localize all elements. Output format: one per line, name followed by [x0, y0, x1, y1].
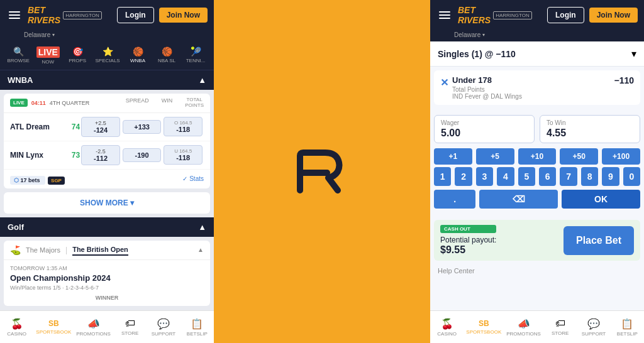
place-bet-button[interactable]: Place Bet [564, 226, 634, 255]
tab-tennis[interactable]: 🎾 TENNI... [181, 44, 210, 67]
golf-section-header: Golf ▲ [0, 217, 214, 237]
right-bottom-nav-support[interactable]: 💬 SUPPORT [577, 311, 610, 343]
numpad-1[interactable]: 1 [434, 167, 451, 186]
numpad-row-1: 1 2 3 4 5 6 7 8 9 0 [434, 167, 640, 186]
win-btn-atl[interactable]: +133 [123, 120, 162, 134]
r-logo [291, 146, 353, 197]
quick-add-10[interactable]: +10 [518, 148, 557, 165]
right-harrington-logo: HARRINGTON [493, 11, 532, 19]
numpad-0[interactable]: 0 [623, 167, 640, 186]
bottom-nav-promotions[interactable]: 📣 PROMOTIONS [74, 311, 113, 343]
quick-add-50[interactable]: +50 [560, 148, 598, 165]
tab-props[interactable]: 🎯 PROPS [63, 44, 92, 67]
quick-add-1[interactable]: +1 [434, 148, 472, 165]
to-win-input[interactable]: To Win 4.55 [540, 115, 640, 143]
numpad-8[interactable]: 8 [581, 167, 598, 186]
wnba-collapse-icon[interactable]: ▲ [198, 75, 206, 85]
golf-game: TOMORROW 1:35 AM Open Championship 2024 … [4, 260, 210, 306]
stats-link[interactable]: ✓ Stats [182, 175, 204, 182]
wnba-card: LIVE 04:11 4TH QUARTER SPREAD WIN TOTALP… [4, 94, 210, 188]
spread-btn-min[interactable]: -2.5 -112 [81, 145, 120, 165]
store-label: STORE [121, 330, 138, 336]
golf-game-title[interactable]: Open Championship 2024 [10, 273, 204, 283]
numpad-backspace[interactable]: ⌫ [479, 190, 558, 209]
tab-specials[interactable]: ⭐ SPECIALS [92, 44, 123, 67]
right-sportsbook-icon: SB [479, 319, 489, 328]
numpad: 1 2 3 4 5 6 7 8 9 0 . ⌫ OK [430, 167, 644, 216]
to-win-label: To Win [547, 119, 633, 126]
tab-now[interactable]: LIVE NOW [33, 44, 63, 67]
numpad-3[interactable]: 3 [476, 167, 493, 186]
show-more-btn[interactable]: SHOW MORE ▾ [4, 192, 210, 214]
tab-browse[interactable]: 🔍 BROWSE [4, 44, 33, 67]
numpad-row-2: . ⌫ OK [434, 190, 640, 209]
sgp-badge: SGP [48, 177, 65, 185]
golf-time: TOMORROW 1:35 AM [10, 265, 204, 271]
bet-selection: Under 178 [452, 75, 614, 85]
right-betslip-label: BETSLIP [617, 331, 638, 337]
right-bottom-nav-betslip[interactable]: 📋 BETSLIP [611, 311, 644, 343]
betslip-title: Singles (1) @ −110 [438, 49, 516, 59]
spread-btn-atl[interactable]: +2.5 -124 [81, 117, 120, 137]
col-total: TOTALPOINTS [185, 97, 204, 109]
golf-tab-british[interactable]: The British Open [72, 244, 128, 256]
golf-tab-majors[interactable]: The Majors [26, 245, 60, 255]
golf-tabs: ⛳ The Majors | The British Open ▲ [4, 241, 210, 260]
right-bottom-nav-sportsbook[interactable]: SB SPORTSBOOK [464, 311, 504, 343]
nbasl-icon: 🏀 [162, 46, 172, 57]
store-icon: 🏷 [125, 318, 135, 329]
total-btn-atl[interactable]: O 164.5 -118 [164, 117, 203, 136]
betslip-dropdown[interactable]: Singles (1) @ −110 ▾ [430, 41, 644, 67]
bottom-nav-casino[interactable]: 🍒 CASINO [0, 311, 33, 343]
bottom-nav-support[interactable]: 💬 SUPPORT [147, 311, 180, 343]
quick-add-buttons: +1 +5 +10 +50 +100 [430, 143, 644, 167]
numpad-6[interactable]: 6 [539, 167, 556, 186]
right-bottom-nav-casino[interactable]: 🍒 CASINO [430, 311, 464, 343]
golf-collapse-icon[interactable]: ▲ [198, 222, 206, 232]
quick-add-100[interactable]: +100 [602, 148, 640, 165]
right-join-button[interactable]: Join Now [589, 8, 638, 23]
nav-tabs: 🔍 BROWSE LIVE NOW 🎯 PROPS ⭐ SPECIALS 🏀 W… [0, 41, 214, 70]
hamburger-menu[interactable] [6, 9, 23, 21]
win-btn-min[interactable]: -190 [123, 148, 162, 162]
bets-badge: ⬡ 17 bets [10, 176, 45, 185]
total-btn-min[interactable]: U 164.5 -118 [164, 145, 203, 165]
bottom-nav-betslip[interactable]: 📋 BETSLIP [180, 311, 214, 343]
join-button[interactable]: Join Now [159, 8, 208, 23]
quick-add-5[interactable]: +5 [476, 148, 514, 165]
specials-label: SPECIALS [96, 58, 120, 63]
bottom-nav-store[interactable]: 🏷 STORE [113, 311, 147, 343]
location-bar[interactable]: Delaware ▾ [0, 30, 214, 41]
tennis-icon: 🎾 [191, 46, 201, 57]
game-quarter: 4TH QUARTER [50, 100, 89, 106]
numpad-4[interactable]: 4 [497, 167, 514, 186]
cash-out-badge: CASH OUT [440, 225, 496, 233]
wager-input[interactable]: Wager 5.00 [434, 115, 535, 143]
bottom-nav-sportsbook[interactable]: SB SPORTSBOOK [33, 311, 74, 343]
remove-bet-btn[interactable]: ✕ [440, 77, 448, 89]
left-header: BETRIVERS HARRINGTON Login Join Now [0, 0, 214, 30]
help-center-link[interactable]: Help Center [430, 264, 644, 277]
numpad-ok[interactable]: OK [562, 190, 640, 209]
right-login-button[interactable]: Login [547, 7, 584, 23]
right-bottom-nav-store[interactable]: 🏷 STORE [543, 311, 577, 343]
game-time: 04:11 [31, 100, 46, 106]
numpad-2[interactable]: 2 [455, 167, 472, 186]
center-panel [214, 0, 430, 343]
betslip-icon: 📋 [191, 318, 203, 330]
right-hamburger-menu[interactable] [436, 9, 453, 21]
bet-sub: Total Points [452, 86, 614, 93]
golf-chevron[interactable]: ▲ [197, 246, 204, 253]
numpad-dot[interactable]: . [434, 190, 475, 209]
numpad-7[interactable]: 7 [560, 167, 577, 186]
tab-nbasl[interactable]: 🏀 NBA SL [152, 44, 181, 67]
numpad-9[interactable]: 9 [602, 167, 619, 186]
right-bottom-nav-promotions[interactable]: 📣 PROMOTIONS [504, 311, 543, 343]
numpad-5[interactable]: 5 [518, 167, 535, 186]
tab-wnba[interactable]: 🏀 WNBA [123, 44, 152, 67]
login-button[interactable]: Login [117, 7, 154, 23]
right-store-label: STORE [552, 330, 569, 336]
right-location-bar[interactable]: Delaware ▾ [430, 30, 644, 41]
col-win: WIN [162, 97, 173, 109]
wnba-icon: 🏀 [133, 46, 143, 57]
